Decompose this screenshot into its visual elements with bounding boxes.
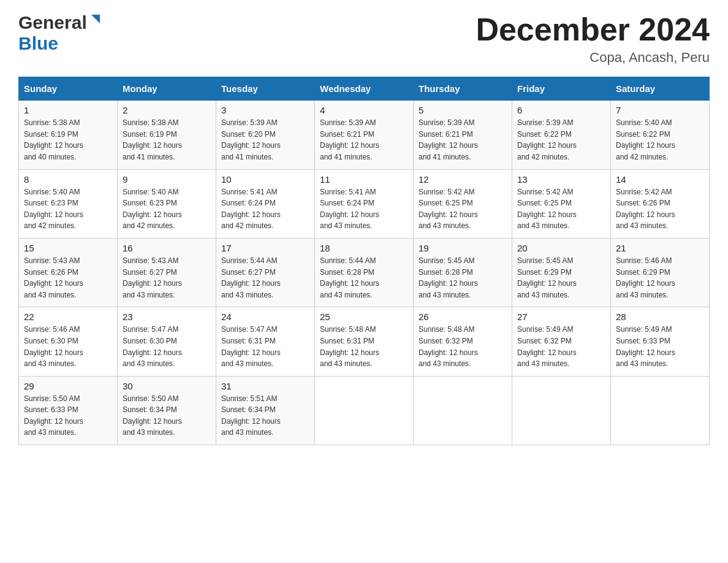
day-info: Sunrise: 5:49 AMSunset: 6:33 PMDaylight:… xyxy=(616,325,675,368)
week-row-2: 8 Sunrise: 5:40 AMSunset: 6:23 PMDayligh… xyxy=(19,169,710,238)
day-number: 8 xyxy=(24,174,112,185)
header-day-monday: Monday xyxy=(118,77,216,101)
day-cell: 29 Sunrise: 5:50 AMSunset: 6:33 PMDaylig… xyxy=(19,376,118,445)
day-number: 4 xyxy=(320,105,408,115)
day-cell: 17 Sunrise: 5:44 AMSunset: 6:27 PMDaylig… xyxy=(216,238,315,307)
title-section: December 2024 Copa, Ancash, Peru xyxy=(476,12,710,66)
day-info: Sunrise: 5:43 AMSunset: 6:27 PMDaylight:… xyxy=(123,256,182,299)
day-info: Sunrise: 5:40 AMSunset: 6:22 PMDaylight:… xyxy=(616,118,675,161)
day-number: 25 xyxy=(320,312,408,322)
day-cell: 3 Sunrise: 5:39 AMSunset: 6:20 PMDayligh… xyxy=(216,101,315,169)
day-info: Sunrise: 5:39 AMSunset: 6:20 PMDaylight:… xyxy=(221,118,281,161)
logo-general-text: General xyxy=(18,12,87,33)
day-number: 31 xyxy=(221,381,309,391)
day-number: 23 xyxy=(123,312,211,322)
day-number: 15 xyxy=(24,243,112,253)
day-info: Sunrise: 5:44 AMSunset: 6:28 PMDaylight:… xyxy=(320,256,379,299)
day-cell: 20 Sunrise: 5:45 AMSunset: 6:29 PMDaylig… xyxy=(512,238,611,307)
day-number: 17 xyxy=(221,243,309,253)
day-cell: 22 Sunrise: 5:46 AMSunset: 6:30 PMDaylig… xyxy=(19,307,118,376)
day-cell: 13 Sunrise: 5:42 AMSunset: 6:25 PMDaylig… xyxy=(512,169,611,238)
header-day-sunday: Sunday xyxy=(19,77,118,101)
day-cell: 7 Sunrise: 5:40 AMSunset: 6:22 PMDayligh… xyxy=(611,101,710,169)
day-cell xyxy=(512,376,611,445)
header-row: SundayMondayTuesdayWednesdayThursdayFrid… xyxy=(19,77,710,101)
day-cell xyxy=(414,376,512,445)
day-cell: 6 Sunrise: 5:39 AMSunset: 6:22 PMDayligh… xyxy=(512,101,611,169)
day-number: 19 xyxy=(419,243,507,253)
day-number: 21 xyxy=(616,243,704,253)
logo: General Blue xyxy=(18,12,102,54)
day-info: Sunrise: 5:48 AMSunset: 6:32 PMDaylight:… xyxy=(419,325,478,368)
day-info: Sunrise: 5:47 AMSunset: 6:31 PMDaylight:… xyxy=(221,325,281,368)
day-number: 22 xyxy=(24,312,112,322)
day-number: 1 xyxy=(24,105,112,115)
day-number: 24 xyxy=(221,312,309,322)
day-info: Sunrise: 5:49 AMSunset: 6:32 PMDaylight:… xyxy=(517,325,577,368)
day-info: Sunrise: 5:39 AMSunset: 6:21 PMDaylight:… xyxy=(419,118,478,161)
day-number: 16 xyxy=(123,243,211,253)
day-number: 30 xyxy=(123,381,211,391)
day-cell: 10 Sunrise: 5:41 AMSunset: 6:24 PMDaylig… xyxy=(216,169,315,238)
day-cell xyxy=(315,376,414,445)
header-day-friday: Friday xyxy=(512,77,611,101)
day-cell: 27 Sunrise: 5:49 AMSunset: 6:32 PMDaylig… xyxy=(512,307,611,376)
page-header: General Blue December 2024 Copa, Ancash,… xyxy=(18,12,710,66)
day-cell: 16 Sunrise: 5:43 AMSunset: 6:27 PMDaylig… xyxy=(118,238,216,307)
calendar-header: SundayMondayTuesdayWednesdayThursdayFrid… xyxy=(19,77,710,101)
day-number: 6 xyxy=(517,105,605,115)
day-info: Sunrise: 5:38 AMSunset: 6:19 PMDaylight:… xyxy=(24,118,83,161)
day-cell: 9 Sunrise: 5:40 AMSunset: 6:23 PMDayligh… xyxy=(118,169,216,238)
day-info: Sunrise: 5:39 AMSunset: 6:22 PMDaylight:… xyxy=(517,118,577,161)
header-day-saturday: Saturday xyxy=(611,77,710,101)
week-row-3: 15 Sunrise: 5:43 AMSunset: 6:26 PMDaylig… xyxy=(19,238,710,307)
day-info: Sunrise: 5:50 AMSunset: 6:34 PMDaylight:… xyxy=(123,394,182,437)
day-number: 9 xyxy=(123,174,211,185)
day-number: 7 xyxy=(616,105,704,115)
calendar-table: SundayMondayTuesdayWednesdayThursdayFrid… xyxy=(18,77,710,445)
day-cell xyxy=(611,376,710,445)
week-row-1: 1 Sunrise: 5:38 AMSunset: 6:19 PMDayligh… xyxy=(19,101,710,169)
logo-arrow-icon xyxy=(89,12,102,28)
day-info: Sunrise: 5:48 AMSunset: 6:31 PMDaylight:… xyxy=(320,325,379,368)
day-cell: 31 Sunrise: 5:51 AMSunset: 6:34 PMDaylig… xyxy=(216,376,315,445)
day-info: Sunrise: 5:45 AMSunset: 6:29 PMDaylight:… xyxy=(517,256,577,299)
day-info: Sunrise: 5:41 AMSunset: 6:24 PMDaylight:… xyxy=(320,188,379,231)
header-day-thursday: Thursday xyxy=(414,77,512,101)
day-info: Sunrise: 5:38 AMSunset: 6:19 PMDaylight:… xyxy=(123,118,182,161)
logo-blue-text: Blue xyxy=(18,33,58,54)
svg-marker-0 xyxy=(91,15,100,23)
day-info: Sunrise: 5:45 AMSunset: 6:28 PMDaylight:… xyxy=(419,256,478,299)
month-title: December 2024 xyxy=(476,12,710,47)
day-number: 12 xyxy=(419,174,507,185)
week-row-5: 29 Sunrise: 5:50 AMSunset: 6:33 PMDaylig… xyxy=(19,376,710,445)
day-number: 14 xyxy=(616,174,704,185)
day-info: Sunrise: 5:42 AMSunset: 6:25 PMDaylight:… xyxy=(419,188,478,231)
day-cell: 5 Sunrise: 5:39 AMSunset: 6:21 PMDayligh… xyxy=(414,101,512,169)
day-number: 10 xyxy=(221,174,309,185)
day-info: Sunrise: 5:46 AMSunset: 6:29 PMDaylight:… xyxy=(616,256,675,299)
day-cell: 23 Sunrise: 5:47 AMSunset: 6:30 PMDaylig… xyxy=(118,307,216,376)
day-info: Sunrise: 5:51 AMSunset: 6:34 PMDaylight:… xyxy=(221,394,281,437)
day-cell: 24 Sunrise: 5:47 AMSunset: 6:31 PMDaylig… xyxy=(216,307,315,376)
day-number: 18 xyxy=(320,243,408,253)
day-number: 3 xyxy=(221,105,309,115)
day-cell: 15 Sunrise: 5:43 AMSunset: 6:26 PMDaylig… xyxy=(19,238,118,307)
day-cell: 26 Sunrise: 5:48 AMSunset: 6:32 PMDaylig… xyxy=(414,307,512,376)
day-number: 29 xyxy=(24,381,112,391)
day-info: Sunrise: 5:40 AMSunset: 6:23 PMDaylight:… xyxy=(24,188,83,231)
day-cell: 12 Sunrise: 5:42 AMSunset: 6:25 PMDaylig… xyxy=(414,169,512,238)
day-cell: 28 Sunrise: 5:49 AMSunset: 6:33 PMDaylig… xyxy=(611,307,710,376)
day-cell: 4 Sunrise: 5:39 AMSunset: 6:21 PMDayligh… xyxy=(315,101,414,169)
day-number: 27 xyxy=(517,312,605,322)
day-info: Sunrise: 5:41 AMSunset: 6:24 PMDaylight:… xyxy=(221,188,281,231)
day-info: Sunrise: 5:40 AMSunset: 6:23 PMDaylight:… xyxy=(123,188,182,231)
day-info: Sunrise: 5:46 AMSunset: 6:30 PMDaylight:… xyxy=(24,325,83,368)
location-title: Copa, Ancash, Peru xyxy=(476,50,710,66)
day-number: 20 xyxy=(517,243,605,253)
day-number: 26 xyxy=(419,312,507,322)
day-number: 2 xyxy=(123,105,211,115)
day-number: 5 xyxy=(419,105,507,115)
day-cell: 18 Sunrise: 5:44 AMSunset: 6:28 PMDaylig… xyxy=(315,238,414,307)
day-cell: 14 Sunrise: 5:42 AMSunset: 6:26 PMDaylig… xyxy=(611,169,710,238)
